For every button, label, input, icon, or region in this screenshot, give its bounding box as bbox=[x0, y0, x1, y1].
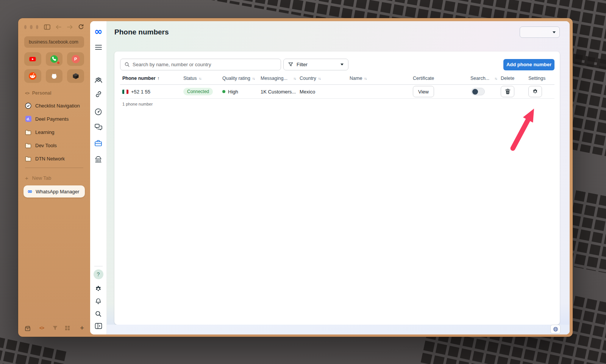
speedometer-icon[interactable] bbox=[94, 108, 102, 116]
meta-logo-icon[interactable]: ∞ bbox=[94, 26, 103, 36]
url-bar[interactable]: business.facebook.com bbox=[24, 36, 84, 48]
app-tile-product-hunt[interactable]: P bbox=[67, 52, 84, 66]
funnel-icon[interactable] bbox=[52, 325, 58, 331]
audiences-people-icon[interactable] bbox=[94, 77, 103, 84]
sort-icon: ↑↓ bbox=[294, 76, 296, 81]
search-input-wrap bbox=[120, 59, 281, 70]
business-avatar[interactable] bbox=[94, 58, 103, 67]
sort-icon: ↑↓ bbox=[198, 76, 201, 81]
column-header-country[interactable]: Country ↑↓ bbox=[300, 76, 350, 81]
back-icon[interactable] bbox=[55, 25, 62, 30]
filter-funnel-icon bbox=[288, 62, 293, 67]
backdrop-pixel-band bbox=[0, 334, 69, 364]
deel-icon: d. bbox=[25, 116, 31, 122]
webview: ∞ bbox=[90, 21, 570, 334]
meta-nav-rail: ∞ bbox=[90, 21, 107, 334]
phone-numbers-card: Filter Add phone number Phone number ↑ S… bbox=[114, 51, 560, 325]
globe-icon bbox=[553, 327, 558, 332]
tab-whatsapp-manager[interactable]: ∞ WhatsApp Manager bbox=[23, 185, 85, 198]
reload-icon[interactable] bbox=[78, 24, 84, 30]
sort-icon: ↑↓ bbox=[252, 76, 255, 81]
new-tab-button[interactable]: + New Tab bbox=[25, 173, 84, 182]
settings-gear-icon[interactable] bbox=[95, 285, 102, 292]
cell-search-visibility bbox=[470, 88, 501, 95]
inbox-chat-icon[interactable] bbox=[94, 123, 103, 131]
phone-number-text: +52 1 55 bbox=[131, 89, 150, 95]
column-header-delete: Delete bbox=[501, 76, 528, 81]
plus-icon: + bbox=[25, 175, 28, 181]
sidebar-item-deel-payments[interactable]: d. Deel Payments bbox=[25, 114, 84, 123]
page-title: Phone numbers bbox=[114, 28, 169, 36]
sort-icon: ↑↓ bbox=[495, 76, 497, 81]
sidebar-section-personal[interactable]: <> Personal bbox=[25, 90, 84, 96]
forward-icon[interactable] bbox=[67, 25, 73, 30]
app-tile-youtube[interactable] bbox=[24, 52, 41, 66]
column-header-messaging[interactable]: Messaging... ↑↓ bbox=[261, 76, 300, 81]
table-row: +52 1 55 Connected High 1K Customers... … bbox=[120, 85, 554, 99]
expand-panel-icon[interactable] bbox=[95, 323, 102, 329]
column-header-status[interactable]: Status ↑↓ bbox=[183, 76, 222, 81]
search-icon[interactable] bbox=[95, 310, 102, 317]
sidebar-item-label: DTN Network bbox=[35, 156, 65, 162]
globe-button[interactable] bbox=[550, 325, 561, 334]
menu-hamburger-icon[interactable] bbox=[95, 45, 102, 50]
footer-strip bbox=[107, 325, 570, 334]
view-certificate-button[interactable]: View bbox=[413, 86, 434, 97]
delete-button[interactable] bbox=[501, 86, 514, 97]
link-icon[interactable] bbox=[95, 90, 102, 98]
sort-icon: ↑↓ bbox=[318, 76, 321, 81]
minimize-window-button[interactable] bbox=[30, 25, 32, 29]
add-phone-number-button[interactable]: Add phone number bbox=[503, 59, 554, 70]
cell-messaging: 1K Customers... bbox=[261, 89, 300, 95]
mexico-flag-icon bbox=[122, 90, 128, 94]
close-window-button[interactable] bbox=[24, 25, 27, 29]
commerce-bank-icon[interactable] bbox=[94, 156, 102, 163]
column-header-search[interactable]: Search... ↑↓ bbox=[470, 76, 501, 81]
column-header-name[interactable]: Name ↑↓ bbox=[350, 76, 413, 81]
sidebar-item-label: Checklist Navigation bbox=[35, 103, 80, 109]
library-box-icon[interactable] bbox=[24, 325, 31, 331]
plus-icon[interactable]: + bbox=[80, 324, 84, 332]
app-tile-reddit[interactable] bbox=[24, 69, 41, 83]
business-tools-briefcase-icon[interactable] bbox=[94, 140, 102, 147]
notifications-bell-icon[interactable] bbox=[95, 298, 102, 305]
search-visibility-toggle[interactable] bbox=[471, 88, 485, 95]
cell-country: Mexico bbox=[300, 89, 350, 95]
column-header-certificate: Certificate bbox=[413, 76, 470, 81]
app-tile-cube[interactable] bbox=[67, 69, 84, 83]
main-panel: Phone numbers Filter bbox=[107, 21, 570, 334]
page-header: Phone numbers bbox=[107, 21, 570, 43]
app-tile-whatsapp[interactable] bbox=[46, 52, 63, 66]
sidebar-item-checklist-navigation[interactable]: Checklist Navigation bbox=[25, 101, 84, 110]
quality-text: High bbox=[228, 89, 238, 95]
sort-icon: ↑↓ bbox=[364, 76, 367, 81]
toggle-knob bbox=[472, 89, 478, 95]
grid-icon[interactable] bbox=[65, 325, 70, 331]
window-controls bbox=[24, 23, 84, 30]
sidebar-toggle-icon[interactable] bbox=[44, 24, 50, 30]
cell-delete bbox=[501, 86, 528, 97]
search-input[interactable] bbox=[133, 62, 277, 67]
cell-certificate: View bbox=[413, 86, 470, 97]
column-header-quality-rating[interactable]: Quality rating ↑↓ bbox=[222, 76, 261, 81]
zoom-window-button[interactable] bbox=[36, 25, 38, 29]
url-text: business.facebook.com bbox=[29, 39, 78, 45]
sidebar-item-dev-tools[interactable]: Dev Tools bbox=[25, 141, 84, 150]
sidebar-item-dtn-network[interactable]: DTN Network bbox=[25, 154, 84, 163]
filter-dropdown[interactable]: Filter bbox=[283, 59, 348, 70]
new-tab-label: New Tab bbox=[32, 175, 51, 181]
table-header-row: Phone number ↑ Status ↑↓ Quality rating … bbox=[120, 76, 554, 85]
account-select-dropdown[interactable] bbox=[520, 26, 560, 38]
code-icon[interactable]: <> bbox=[39, 325, 44, 331]
help-button[interactable]: ? bbox=[94, 269, 103, 279]
notification-dot bbox=[57, 62, 59, 64]
sidebar-divider bbox=[25, 168, 83, 168]
column-header-phone-number[interactable]: Phone number ↑ bbox=[122, 76, 183, 81]
filter-label: Filter bbox=[297, 62, 337, 67]
sidebar-item-learning[interactable]: Learning bbox=[25, 128, 84, 137]
phone-settings-button[interactable] bbox=[528, 86, 542, 97]
table-controls: Filter Add phone number bbox=[120, 59, 554, 70]
app-tile-github[interactable] bbox=[46, 69, 63, 83]
meta-logo-icon: ∞ bbox=[27, 188, 32, 194]
quality-dot-icon bbox=[222, 90, 225, 93]
